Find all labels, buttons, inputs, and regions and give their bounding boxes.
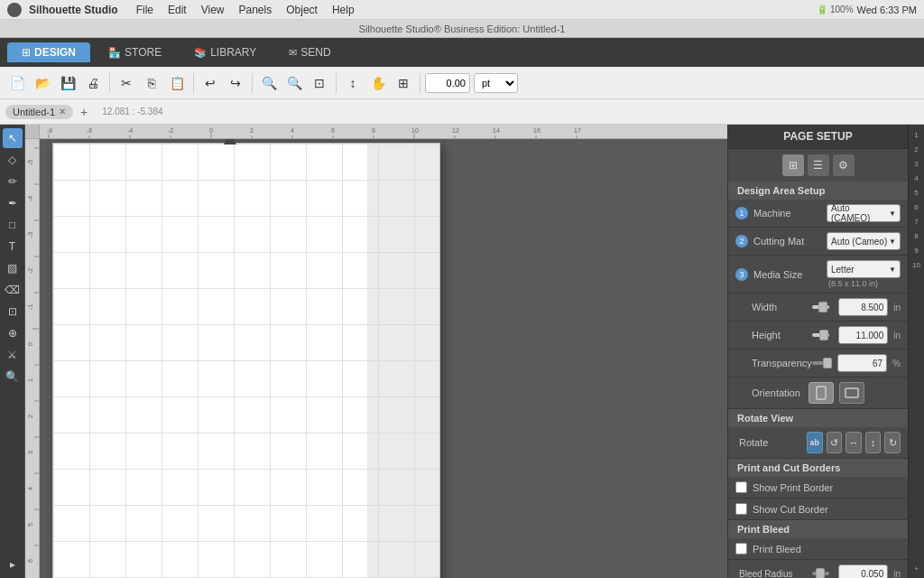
node-tool[interactable]: ◇ (3, 150, 23, 170)
svg-text:0: 0 (27, 342, 33, 346)
weld-tool[interactable]: ⊕ (3, 323, 23, 343)
rotate-flip-v-button[interactable]: ↕ (865, 432, 882, 453)
print-button[interactable]: 🖨 (81, 71, 105, 95)
width-slider-thumb (818, 302, 827, 312)
width-slider[interactable] (812, 305, 829, 309)
eraser-tool[interactable]: ⌫ (3, 280, 23, 300)
document-tab[interactable]: Untitled-1 ✕ (5, 105, 73, 119)
paste-button[interactable]: 📋 (165, 71, 189, 95)
crop-tool[interactable]: ⊡ (3, 302, 23, 322)
sidebar-btn-3[interactable]: 3 (910, 157, 923, 170)
menu-bar: Silhouette Studio File Edit View Panels … (0, 0, 924, 20)
height-value: 11.000 (856, 331, 884, 340)
width-input[interactable]: 8.500 (838, 298, 888, 316)
transparency-slider[interactable] (812, 361, 828, 365)
svg-text:-4: -4 (127, 127, 133, 134)
height-input[interactable]: 11.000 (838, 326, 888, 344)
height-slider[interactable] (812, 333, 829, 337)
show-print-border-checkbox[interactable] (735, 481, 747, 493)
sidebar-btn-5[interactable]: 5 (910, 186, 923, 199)
transparency-input[interactable]: 67 (837, 354, 887, 372)
rotate-cw-button[interactable]: ↻ (884, 432, 901, 453)
svg-text:-6: -6 (87, 127, 92, 134)
ruler-vertical: -5 -4 -3 -2 -1 0 1 2 3 4 5 (25, 139, 40, 578)
canvas-area[interactable]: -8 -6 -4 -2 0 2 4 6 8 (25, 125, 727, 578)
tab-store[interactable]: 🏪 STORE (94, 42, 176, 62)
new-tab-button[interactable]: + (77, 105, 91, 119)
pencil-tool[interactable]: ✒ (3, 193, 23, 213)
bleed-radius-value: 0.050 (861, 569, 883, 579)
machine-value: Auto (CAMEO) (831, 203, 889, 223)
sidebar-btn-8[interactable]: 8 (910, 229, 923, 242)
redo-button[interactable]: ↪ (224, 71, 247, 95)
sidebar-btn-6[interactable]: 6 (910, 200, 923, 213)
number-input[interactable] (425, 73, 470, 93)
sidebar-btn-7[interactable]: 7 (910, 215, 923, 228)
pan-button[interactable]: ✋ (366, 71, 390, 95)
settings-button[interactable]: ⚙ (833, 154, 855, 176)
new-button[interactable]: 📄 (5, 71, 29, 95)
rotate-ccw-button[interactable]: ↺ (827, 432, 843, 453)
move-button[interactable]: ↕ (341, 71, 365, 95)
landscape-button[interactable] (839, 382, 864, 404)
svg-text:10: 10 (411, 127, 419, 134)
show-cut-border-row: Show Cut Border (728, 499, 908, 520)
tab-library[interactable]: 📚 LIBRARY (180, 42, 271, 62)
grid-view-button[interactable]: ⊞ (782, 154, 804, 176)
rotate-ab-button[interactable]: ab (807, 432, 823, 453)
cut-button[interactable]: ✂ (115, 71, 138, 95)
save-button[interactable]: 💾 (56, 71, 79, 95)
sidebar-btn-4[interactable]: 4 (910, 172, 923, 184)
title-bar: Silhouette Studio® Business Edition: Unt… (0, 20, 924, 38)
bleed-radius-slider[interactable] (812, 572, 829, 575)
app-logo (7, 3, 22, 17)
menu-object[interactable]: Object (281, 0, 323, 20)
undo-button[interactable]: ↩ (199, 71, 222, 95)
show-cut-border-checkbox[interactable] (735, 503, 747, 515)
zoom-out-button[interactable]: 🔍 (257, 71, 281, 95)
tab-send[interactable]: ✉ SEND (274, 42, 345, 62)
cutting-mat-dropdown[interactable]: Auto (Cameo) ▼ (827, 232, 901, 250)
sidebar-btn-10[interactable]: 10 (910, 258, 923, 271)
sidebar-btn-1[interactable]: 1 (910, 128, 923, 141)
extra-tool[interactable]: ▸ (3, 555, 23, 574)
show-print-border-label: Show Print Border (753, 482, 833, 493)
sidebar-extra-btn[interactable]: + (910, 562, 923, 574)
menu-help[interactable]: Help (327, 0, 360, 20)
menu-file[interactable]: File (131, 0, 159, 20)
print-cut-title: Print and Cut Borders (737, 462, 840, 473)
store-tab-label: STORE (125, 46, 162, 59)
width-unit: in (893, 303, 901, 312)
zoom-in-button[interactable]: 🔍 (282, 71, 306, 95)
portrait-button[interactable] (808, 382, 834, 404)
sidebar-btn-2[interactable]: 2 (910, 143, 923, 155)
crop-button[interactable]: ⊞ (392, 71, 415, 95)
tab-design[interactable]: ⊞ DESIGN (7, 42, 90, 62)
bleed-radius-input[interactable]: 0.050 (838, 564, 888, 578)
app-name: Silhouette Studio (29, 4, 118, 16)
zoom-tool[interactable]: 🔍 (3, 367, 23, 387)
draw-tool[interactable]: ✏ (3, 172, 23, 191)
machine-dropdown[interactable]: Auto (CAMEO) ▼ (827, 204, 901, 222)
menu-edit[interactable]: Edit (162, 0, 192, 20)
list-view-button[interactable]: ☰ (808, 154, 829, 176)
menu-view[interactable]: View (196, 0, 230, 20)
open-button[interactable]: 📂 (31, 71, 54, 95)
print-bleed-checkbox[interactable] (735, 543, 747, 555)
media-size-dropdown[interactable]: Letter ▼ (8.5 x 11.0 in) (827, 260, 901, 288)
text-tool[interactable]: T (3, 237, 23, 256)
grid-icon: ⊞ (22, 46, 31, 59)
sidebar-btn-9[interactable]: 9 (910, 244, 923, 256)
unit-select[interactable]: pt in cm mm (474, 73, 518, 93)
fill-tool[interactable]: ▧ (3, 258, 23, 278)
zoom-fit-button[interactable]: ⊡ (308, 71, 331, 95)
menu-panels[interactable]: Panels (234, 0, 278, 20)
copy-button[interactable]: ⎘ (140, 71, 163, 95)
select-tool[interactable]: ↖ (3, 128, 23, 148)
design-page[interactable]: ◉ silhouette _ (52, 143, 440, 578)
knife-tool[interactable]: ⚔ (3, 345, 23, 365)
panel-title: PAGE SETUP (783, 130, 852, 143)
rotate-flip-h-button[interactable]: ↔ (845, 432, 862, 453)
shape-tool[interactable]: □ (3, 215, 23, 235)
tab-close-button[interactable]: ✕ (59, 107, 66, 117)
